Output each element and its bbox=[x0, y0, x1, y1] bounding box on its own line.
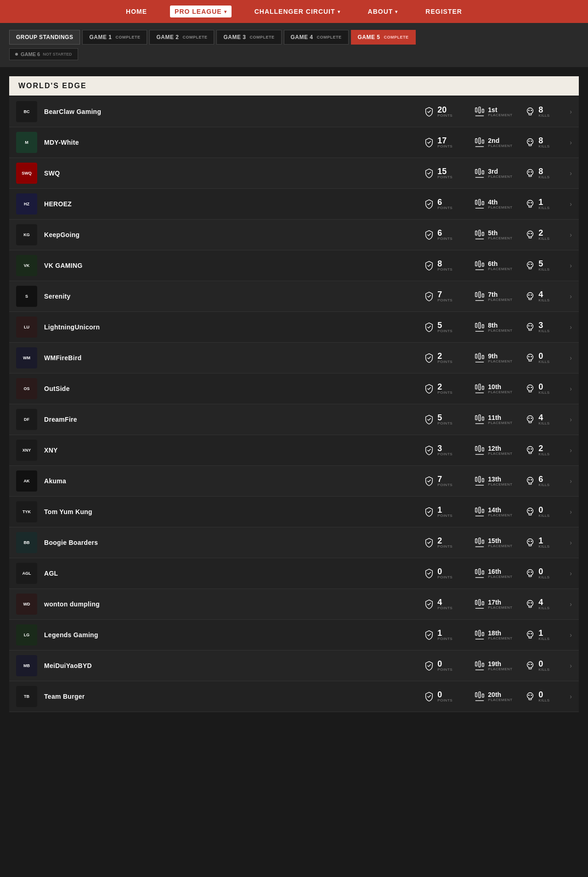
nav-item-challenger-circuit[interactable]: CHALLENGER CIRCUIT▾ bbox=[250, 6, 345, 17]
points-icon bbox=[423, 259, 435, 272]
table-row[interactable]: HZHEROEZ 6 POINTS 4th PLACEMENT bbox=[9, 189, 579, 220]
points-text: 6 POINTS bbox=[437, 229, 452, 241]
nav-item-home[interactable]: HOME bbox=[121, 6, 152, 17]
chevron-right-icon[interactable]: › bbox=[570, 108, 572, 115]
table-row[interactable]: XNYXNY 3 POINTS 12th PLACEMENT bbox=[9, 435, 579, 466]
placement-icon bbox=[473, 259, 486, 272]
svg-rect-30 bbox=[482, 232, 484, 236]
table-row[interactable]: BCBearClaw Gaming 20 POINTS 1st PLACEMEN… bbox=[9, 96, 579, 127]
chevron-right-icon[interactable]: › bbox=[570, 139, 572, 146]
chevron-right-icon[interactable]: › bbox=[570, 600, 572, 608]
table-row[interactable]: TYKTom Yum Kung 1 POINTS 14th PLACEMENT bbox=[9, 497, 579, 527]
chevron-right-icon[interactable]: › bbox=[570, 200, 572, 208]
tab-game1[interactable]: GAME 1COMPLETE bbox=[82, 30, 147, 45]
tab-game5[interactable]: GAME 5COMPLETE bbox=[351, 30, 416, 45]
table-row[interactable]: KGKeepGoing 6 POINTS 5th PLACEMENT bbox=[9, 220, 579, 250]
svg-rect-92 bbox=[479, 507, 481, 513]
chevron-right-icon[interactable]: › bbox=[570, 385, 572, 392]
table-row[interactable]: LULightningUnicorn 5 POINTS 8th PLACEMEN… bbox=[9, 312, 579, 343]
chevron-right-icon[interactable]: › bbox=[570, 693, 572, 700]
tab-game2[interactable]: GAME 2COMPLETE bbox=[149, 30, 214, 45]
placement-icon bbox=[473, 536, 486, 549]
table-row[interactable]: LGLegends Gaming 1 POINTS 18th PLACEMENT bbox=[9, 620, 579, 651]
table-row[interactable]: WDwonton dumpling 4 POINTS 17th PLACEMEN… bbox=[9, 589, 579, 620]
svg-point-6 bbox=[531, 110, 532, 111]
svg-rect-43 bbox=[479, 292, 481, 298]
chevron-right-icon[interactable]: › bbox=[570, 231, 572, 238]
kills-text: 0 KILLS bbox=[538, 352, 549, 364]
placement-label: PLACEMENT bbox=[488, 698, 512, 702]
tab-status: COMPLETE bbox=[317, 35, 342, 40]
tab-game4[interactable]: GAME 4COMPLETE bbox=[284, 30, 349, 45]
team-logo: HZ bbox=[16, 193, 37, 215]
svg-rect-93 bbox=[482, 509, 484, 513]
kills-stat: 1 KILLS bbox=[524, 628, 565, 641]
placement-icon bbox=[473, 382, 486, 395]
nav-item-pro-league[interactable]: PRO LEAGUE▾ bbox=[170, 6, 232, 17]
subtab-game6[interactable]: GAME 6 NOT STARTED bbox=[9, 48, 78, 60]
svg-point-76 bbox=[531, 418, 532, 419]
chevron-right-icon[interactable]: › bbox=[570, 354, 572, 362]
chevron-right-icon[interactable]: › bbox=[570, 447, 572, 454]
table-row[interactable]: OSOutSide 2 POINTS 10th PLACEMENT bbox=[9, 373, 579, 404]
kills-label: KILLS bbox=[538, 668, 549, 672]
table-row[interactable]: BBBoogie Boarders 2 POINTS 15th PLACEMEN… bbox=[9, 527, 579, 558]
chevron-right-icon[interactable]: › bbox=[570, 416, 572, 423]
svg-rect-8 bbox=[479, 138, 481, 144]
table-row[interactable]: TBTeam Burger 0 POINTS 20th PLACEMENT bbox=[9, 681, 579, 712]
placement-icon bbox=[473, 136, 486, 149]
points-value: 7 bbox=[437, 475, 452, 483]
svg-rect-37 bbox=[482, 263, 484, 266]
chevron-right-icon[interactable]: › bbox=[570, 539, 572, 546]
kills-text: 8 KILLS bbox=[538, 167, 549, 179]
tab-group-standings[interactable]: GROUP STANDINGS bbox=[9, 30, 80, 45]
placement-value: 7th bbox=[488, 291, 512, 298]
placement-value: 16th bbox=[488, 568, 512, 575]
svg-rect-119 bbox=[475, 631, 477, 635]
table-row[interactable]: SSerenity 7 POINTS 7th PLACEMENT bbox=[9, 281, 579, 312]
kills-text: 4 KILLS bbox=[538, 598, 549, 610]
points-icon bbox=[423, 136, 435, 149]
chevron-right-icon[interactable]: › bbox=[570, 170, 572, 177]
tab-game3[interactable]: GAME 3COMPLETE bbox=[216, 30, 281, 45]
kills-stat: 0 KILLS bbox=[524, 382, 565, 395]
points-label: POINTS bbox=[437, 299, 452, 302]
kills-label: KILLS bbox=[538, 391, 549, 395]
table-row[interactable]: MMDY-White 17 POINTS 2nd PLACEMENT bbox=[9, 127, 579, 158]
team-name: SWQ bbox=[44, 170, 413, 177]
chevron-right-icon[interactable]: › bbox=[570, 477, 572, 485]
chevron-right-icon[interactable]: › bbox=[570, 323, 572, 331]
table-row[interactable]: AGLAGL 0 POINTS 16th PLACEMENT bbox=[9, 558, 579, 589]
kills-label: KILLS bbox=[538, 360, 549, 364]
chevron-right-icon[interactable]: › bbox=[570, 293, 572, 300]
kills-label: KILLS bbox=[538, 206, 549, 210]
chevron-right-icon[interactable]: › bbox=[570, 662, 572, 669]
placement-label: PLACEMENT bbox=[488, 544, 512, 548]
subtab-label: GAME 6 bbox=[21, 51, 40, 57]
placement-text: 3rd PLACEMENT bbox=[488, 168, 512, 179]
points-icon bbox=[423, 598, 435, 611]
table-row[interactable]: SWQSWQ 15 POINTS 3rd PLACEMENT bbox=[9, 158, 579, 189]
nav-item-about[interactable]: ABOUT▾ bbox=[363, 6, 403, 17]
points-value: 7 bbox=[437, 290, 452, 299]
nav-item-register[interactable]: REGISTER bbox=[421, 6, 467, 17]
kills-stat: 4 KILLS bbox=[524, 598, 565, 611]
chevron-right-icon[interactable]: › bbox=[570, 262, 572, 269]
kills-value: 0 bbox=[538, 567, 549, 576]
points-label: POINTS bbox=[437, 514, 452, 518]
svg-point-139 bbox=[531, 695, 532, 696]
chevron-right-icon[interactable]: › bbox=[570, 508, 572, 515]
table-row[interactable]: WMWMFireBird 2 POINTS 9th PLACEMENT bbox=[9, 343, 579, 373]
svg-rect-58 bbox=[482, 356, 484, 359]
table-row[interactable]: MBMeiDuiYaoBYD 0 POINTS 19th PLACEMENT bbox=[9, 651, 579, 681]
points-icon bbox=[423, 659, 435, 672]
table-row[interactable]: AKAkuma 7 POINTS 13th PLACEMENT bbox=[9, 466, 579, 497]
svg-rect-71 bbox=[479, 415, 481, 421]
chevron-right-icon[interactable]: › bbox=[570, 631, 572, 639]
placement-label: PLACEMENT bbox=[488, 575, 512, 579]
svg-point-34 bbox=[531, 233, 532, 234]
table-row[interactable]: DFDreamFire 5 POINTS 11th PLACEMENT bbox=[9, 404, 579, 435]
table-row[interactable]: VKVK GAMING 8 POINTS 6th PLACEMENT bbox=[9, 250, 579, 281]
svg-rect-128 bbox=[482, 663, 484, 667]
chevron-right-icon[interactable]: › bbox=[570, 570, 572, 577]
